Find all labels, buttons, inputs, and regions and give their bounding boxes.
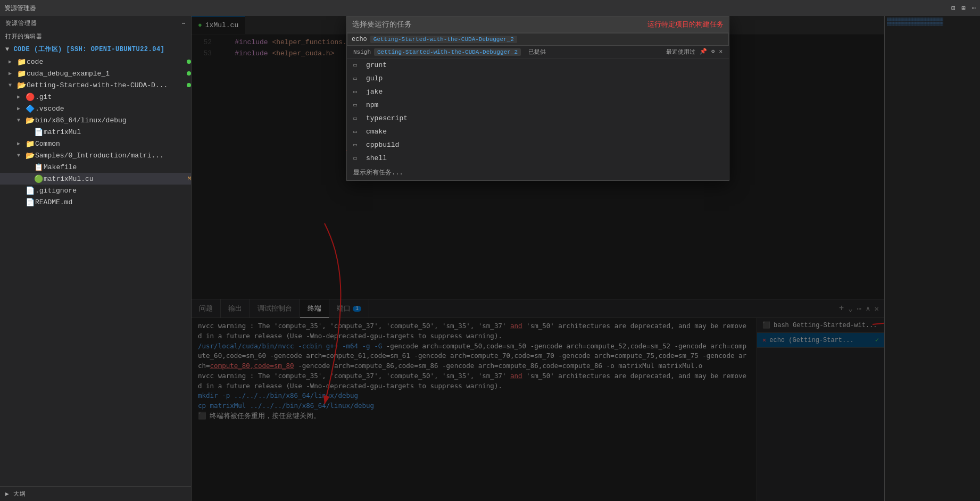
item-label: matrixMul.cu — [44, 175, 185, 183]
file-icon: 📄 — [34, 128, 44, 137]
sidebar-item-bin[interactable]: ▼ 📂 bin/x86_64/linux/debug — [0, 114, 191, 126]
makefile-icon: 📋 — [34, 163, 44, 172]
vscode-icon: 🔷 — [26, 104, 35, 113]
command-item-npm[interactable]: ▭ npm — [347, 98, 729, 112]
app-title: 资源管理器 — [4, 4, 36, 13]
git-icon: 🔴 — [26, 93, 35, 102]
arrow-icon: ▶ — [9, 59, 17, 65]
md-icon: 📄 — [26, 198, 35, 207]
arrow-icon: ▶ — [17, 94, 26, 100]
task-icon: ▭ — [353, 101, 362, 109]
list-header-label: Nsigh — [353, 49, 371, 55]
task-icon: ▭ — [353, 141, 362, 149]
item-label: bin/x86_64/linux/debug — [35, 116, 191, 124]
echo-text: echo — [352, 36, 367, 43]
folder-icon: 📁 — [17, 57, 27, 66]
status-dot — [187, 83, 191, 87]
sidebar-tree: ▶ 📁 code ▶ 📁 cuda_debug_example_1 ▼ 📂 Ge… — [0, 56, 191, 486]
sidebar-item-code[interactable]: ▶ 📁 code — [0, 56, 191, 68]
main-layout: 资源管理器 ⋯ 打开的编辑器 ▼ CODE (工作区) [SSH: OPENI-… — [0, 16, 980, 501]
folder-open-icon: 📂 — [26, 116, 35, 125]
command-item-cppbuild[interactable]: ▭ cppbuild — [347, 138, 729, 152]
item-label: .vscode — [35, 105, 191, 113]
command-item-shell[interactable]: ▭ shell — [347, 152, 729, 165]
sidebar: 资源管理器 ⋯ 打开的编辑器 ▼ CODE (工作区) [SSH: OPENI-… — [0, 16, 192, 501]
task-icon: ▭ — [353, 154, 362, 162]
command-list-header: Nsigh Getting-Started-with-the-CUDA-Debu… — [347, 46, 729, 59]
arrow-icon: ▶ — [17, 140, 26, 147]
icon-remote[interactable]: ⊡ — [951, 4, 955, 12]
content-area: 运行特定项目的构建任务 echo Getting-Started-with-th… — [192, 16, 884, 501]
top-bar: 资源管理器 ⊡ ⊞ ⋯ — [0, 0, 980, 16]
icon-layout[interactable]: ⊞ — [962, 4, 966, 12]
arrow-icon: ▼ — [9, 82, 17, 88]
command-palette: 运行特定项目的构建任务 echo Getting-Started-with-th… — [346, 16, 729, 181]
item-label: Samples/0_Introduction/matri... — [35, 152, 191, 160]
command-list: ▭ grunt ▭ gulp ▭ jake ▭ npm — [347, 59, 729, 165]
close-icon[interactable]: ✕ — [719, 48, 722, 56]
recent-label: 最近使用过 — [666, 48, 695, 56]
command-input-label: 运行特定项目的构建任务 — [647, 20, 724, 29]
list-header-tag: Getting-Started-with-the-CUDA-Debugger_2 — [374, 48, 521, 56]
sidebar-item-gitignore[interactable]: 📄 .gitignore — [0, 185, 191, 196]
tag-text: Getting-Started-with-the-CUDA-Debugger_2 — [370, 36, 517, 43]
sidebar-item-matrixmul[interactable]: 📄 matrixMul — [0, 126, 191, 138]
folder-icon: 📁 — [26, 139, 35, 148]
arrow-icon: ▼ — [17, 118, 26, 123]
sidebar-item-matrixmulcu[interactable]: 🟢 matrixMul.cu M — [0, 173, 191, 185]
outline-section: ▶ 大纲 — [0, 486, 191, 501]
arrow-icon: ▶ — [9, 70, 17, 77]
sidebar-item-git[interactable]: ▶ 🔴 .git — [0, 91, 191, 103]
arrow-icon: ▶ — [17, 105, 26, 112]
command-item-jake[interactable]: ▭ jake — [347, 85, 729, 98]
gitignore-icon: 📄 — [26, 186, 35, 195]
sidebar-item-getting-started[interactable]: ▼ 📂 Getting-Started-with-the-CUDA-D... — [0, 79, 191, 91]
pin-icon[interactable]: 📌 — [700, 48, 707, 56]
arrow-icon: ▼ — [17, 153, 26, 158]
task-icon: ▭ — [353, 74, 362, 82]
show-all-tasks[interactable]: 显示所有任务... — [347, 165, 729, 180]
sidebar-item-samples[interactable]: ▼ 📂 Samples/0_Introduction/matri... — [0, 149, 191, 161]
status-dot — [187, 71, 191, 76]
command-item-cmake[interactable]: ▭ cmake — [347, 125, 729, 138]
open-editors-label: 打开的编辑器 — [0, 30, 191, 43]
item-label: Getting-Started-with-the-CUDA-D... — [27, 81, 185, 89]
command-item-grunt[interactable]: ▭ grunt — [347, 59, 729, 72]
item-label: cuda_debug_example_1 — [27, 70, 185, 78]
sidebar-item-makefile[interactable]: 📋 Makefile — [0, 161, 191, 173]
folder-open-icon: 📂 — [17, 81, 27, 90]
header-actions: 最近使用过 📌 ⚙ ✕ — [666, 48, 722, 56]
item-label: matrixMul — [44, 128, 191, 136]
modified-badge: M — [187, 176, 191, 182]
command-input-row: 运行特定项目的构建任务 — [347, 16, 729, 33]
workspace-label: ▼ CODE (工作区) [SSH: OPENI-UBUNTU22.04] — [0, 43, 191, 56]
task-icon: ▭ — [353, 128, 362, 136]
status-provided: 已提供 — [528, 48, 546, 56]
sidebar-item-readme[interactable]: 📄 README.md — [0, 196, 191, 208]
sidebar-item-cuda-debug[interactable]: ▶ 📁 cuda_debug_example_1 — [0, 68, 191, 79]
command-item-gulp[interactable]: ▭ gulp — [347, 72, 729, 85]
command-palette-overlay: 运行特定项目的构建任务 echo Getting-Started-with-th… — [192, 16, 884, 501]
icon-more[interactable]: ⋯ — [972, 4, 976, 12]
item-label: Common — [35, 140, 191, 148]
item-label: .gitignore — [35, 187, 191, 195]
sidebar-more-icon[interactable]: ⋯ — [181, 20, 186, 27]
command-dropdown-hint: echo Getting-Started-with-the-CUDA-Debug… — [347, 33, 729, 46]
sidebar-item-vscode[interactable]: ▶ 🔷 .vscode — [0, 103, 191, 114]
command-item-typescript[interactable]: ▭ typescript — [347, 112, 729, 125]
task-icon: ▭ — [353, 114, 362, 122]
sidebar-item-common[interactable]: ▶ 📁 Common — [0, 138, 191, 149]
item-label: code — [27, 58, 185, 66]
status-dot — [187, 60, 191, 64]
task-icon: ▭ — [353, 88, 362, 96]
sidebar-title: 资源管理器 — [5, 19, 37, 27]
sidebar-header: 资源管理器 ⋯ — [0, 16, 191, 30]
item-label: Makefile — [44, 163, 191, 171]
folder-icon: 📁 — [17, 69, 27, 78]
task-icon: ▭ — [353, 61, 362, 69]
item-label: .git — [35, 93, 191, 101]
command-input-field[interactable] — [352, 20, 643, 29]
item-label: README.md — [35, 198, 191, 206]
settings-icon[interactable]: ⚙ — [711, 48, 715, 56]
right-panel: ████████████████████████████████████████… — [884, 16, 980, 501]
